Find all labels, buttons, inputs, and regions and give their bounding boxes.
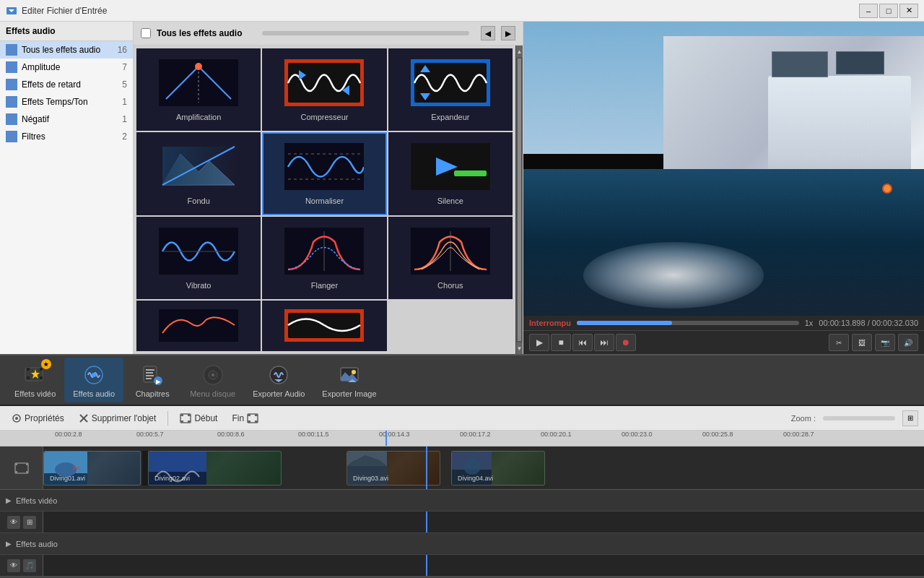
compresseur-icon bbox=[284, 59, 364, 106]
effect-card-expandeur[interactable]: Expandeur bbox=[388, 48, 513, 131]
effects-item-tous[interactable]: Tous les effets audio 16 bbox=[0, 41, 133, 59]
end-label: Fin bbox=[232, 413, 244, 423]
svg-rect-69 bbox=[255, 420, 258, 423]
effect-card-fondu[interactable]: Fondu bbox=[136, 132, 261, 215]
effects-item-retard[interactable]: Effets de retard 5 bbox=[0, 76, 133, 93]
effects-item-negatif[interactable]: Négatif 1 bbox=[0, 111, 133, 128]
svg-rect-36 bbox=[40, 376, 43, 379]
snapshot-button[interactable]: 🖼 bbox=[852, 334, 872, 351]
scroll-up-btn[interactable]: ▲ bbox=[516, 46, 523, 57]
effect-card-canvas-expandeur bbox=[407, 56, 494, 110]
stop-button[interactable]: ■ bbox=[551, 334, 571, 351]
grid-header-slider[interactable] bbox=[262, 31, 469, 35]
effects-item-negatif-label: Négatif bbox=[22, 114, 49, 124]
clip-4-label: Diving04.avi bbox=[455, 473, 496, 483]
toolbar-effets-audio[interactable]: Effets audio bbox=[64, 358, 123, 402]
video-settings-icon[interactable]: ⊞ bbox=[23, 516, 36, 529]
toolbar-effets-video[interactable]: ★ Effets vidéo bbox=[6, 358, 64, 402]
effects-grid-scrollbar[interactable]: ▲ ▼ bbox=[515, 46, 523, 354]
effects-panel-header: Effets audio bbox=[0, 22, 133, 41]
svg-rect-71 bbox=[15, 463, 17, 465]
close-button[interactable]: ✕ bbox=[899, 4, 918, 18]
effects-grid: Amplification bbox=[134, 46, 515, 354]
timeline-ruler: 00:00:2.8 00:00:5.7 00:00:8.6 00:00:11.5… bbox=[0, 431, 924, 447]
effects-item-temps[interactable]: Effets Temps/Ton 1 bbox=[0, 93, 133, 111]
effect-card-normaliser[interactable]: Normaliser bbox=[262, 132, 386, 215]
record-button[interactable]: ⏺ bbox=[616, 334, 636, 351]
grid-scroll-up[interactable]: ◀ bbox=[481, 26, 495, 40]
effects-item-amplitude[interactable]: Amplitude 7 bbox=[0, 59, 133, 76]
audio-settings-icon[interactable]: 🎵 bbox=[23, 559, 36, 572]
toolbar-exporter-image[interactable]: Exporter Image bbox=[313, 358, 385, 402]
effect-card-compresseur[interactable]: Compresseur bbox=[262, 48, 386, 131]
effets-video-ctrl-icons: 👁 ⊞ bbox=[0, 512, 43, 532]
grid-scroll-down[interactable]: ▶ bbox=[501, 26, 515, 40]
maximize-button[interactable]: □ bbox=[879, 4, 898, 18]
ruler-0: 00:00:2.8 bbox=[55, 431, 82, 438]
effects-item-filtres-label: Filtres bbox=[22, 131, 45, 142]
zoom-label: Zoom : bbox=[791, 414, 816, 423]
play-button[interactable]: ▶ bbox=[529, 334, 549, 351]
properties-button[interactable]: Propriétés bbox=[6, 411, 70, 426]
scroll-down-btn[interactable]: ▼ bbox=[516, 342, 523, 354]
svg-rect-68 bbox=[248, 420, 250, 423]
video-progress-bar[interactable] bbox=[577, 321, 799, 325]
next-frame-button[interactable]: ⏭ bbox=[594, 334, 614, 351]
effect-card-flanger[interactable]: Flanger bbox=[262, 217, 386, 299]
delete-button[interactable]: Supprimer l'objet bbox=[73, 411, 162, 426]
audio-eye-icon[interactable]: 👁 bbox=[7, 559, 20, 572]
zoom-fit-button[interactable]: ⊞ bbox=[902, 410, 918, 426]
effets-video-section[interactable]: ▶ Effets vidéo bbox=[0, 490, 924, 512]
delete-icon bbox=[79, 413, 89, 423]
cut-button[interactable]: ✂ bbox=[829, 334, 849, 351]
folder-icon-filtres bbox=[6, 131, 17, 142]
effects-item-filtres[interactable]: Filtres 2 bbox=[0, 128, 133, 145]
grid-header-checkbox[interactable] bbox=[141, 28, 151, 38]
toolbar-menu-disque[interactable]: Menu disque bbox=[181, 358, 244, 402]
chorus-icon bbox=[411, 228, 490, 275]
effect-card-vibrato[interactable]: Vibrato bbox=[136, 217, 261, 299]
effets-audio-section[interactable]: ▶ Effets audio bbox=[0, 533, 924, 555]
ruler-4: 00:00:14.3 bbox=[379, 431, 410, 438]
audio-waves-icon bbox=[82, 363, 105, 387]
effect-card-chorus[interactable]: Chorus bbox=[388, 217, 513, 299]
toolbar-exporter-audio[interactable]: Exporter Audio bbox=[244, 358, 313, 402]
audio-button[interactable]: 🔊 bbox=[898, 334, 918, 351]
effect-card-extra2[interactable] bbox=[262, 301, 386, 351]
clip-diving01[interactable]: Diving01.avi bbox=[43, 451, 141, 486]
start-marker-button[interactable]: Début bbox=[174, 410, 223, 426]
svg-point-39 bbox=[92, 373, 96, 377]
svg-point-57 bbox=[15, 417, 18, 420]
effect-card-label-normaliser: Normaliser bbox=[305, 197, 344, 205]
toolbar-chapitres[interactable]: ▶ Chapitres bbox=[123, 358, 181, 402]
effects-panel: Effets audio Tous les effets audio 16 Am… bbox=[0, 22, 134, 354]
video-playback-controls: ▶ ■ ⏮ ⏭ ⏺ ✂ 🖼 📷 🔊 bbox=[523, 330, 924, 354]
boat-scene bbox=[523, 22, 924, 316]
clip-diving02[interactable]: Diving02.avi bbox=[148, 451, 282, 486]
effects-item-temps-label: Effets Temps/Ton bbox=[22, 97, 88, 107]
effect-card-label-fondu: Fondu bbox=[188, 197, 210, 205]
effect-card-silence[interactable]: Silence bbox=[388, 132, 513, 215]
ruler-inner: 00:00:2.8 00:00:5.7 00:00:8.6 00:00:11.5… bbox=[3, 431, 921, 446]
effects-audio-playhead bbox=[426, 555, 427, 576]
end-marker-button[interactable]: Fin bbox=[226, 410, 264, 426]
clip-diving04[interactable]: Diving04.avi bbox=[451, 451, 545, 486]
effect-card-canvas-flanger bbox=[281, 224, 367, 278]
minimize-button[interactable]: – bbox=[859, 4, 878, 18]
window-title: Editer Fichier d'Entrée bbox=[22, 6, 859, 16]
prev-frame-button[interactable]: ⏮ bbox=[572, 334, 593, 351]
effect-card-label-vibrato: Vibrato bbox=[186, 281, 212, 290]
zoom-slider[interactable] bbox=[823, 416, 895, 420]
eye-icon[interactable]: 👁 bbox=[7, 516, 20, 529]
effect-card-canvas-compresseur bbox=[281, 56, 367, 110]
effect-card-extra1[interactable] bbox=[136, 301, 261, 351]
scroll-thumb[interactable] bbox=[518, 59, 521, 341]
svg-rect-73 bbox=[15, 471, 17, 473]
svg-rect-22 bbox=[454, 171, 487, 176]
effect-card-amplification[interactable]: Amplification bbox=[136, 48, 261, 131]
menu-disque-icon bbox=[200, 362, 226, 388]
effects-list: Tous les effets audio 16 Amplitude 7 Eff… bbox=[0, 41, 133, 354]
video-track-label bbox=[0, 447, 43, 489]
screenshot-button[interactable]: 📷 bbox=[875, 334, 895, 351]
effect-card-canvas-vibrato bbox=[155, 224, 242, 278]
